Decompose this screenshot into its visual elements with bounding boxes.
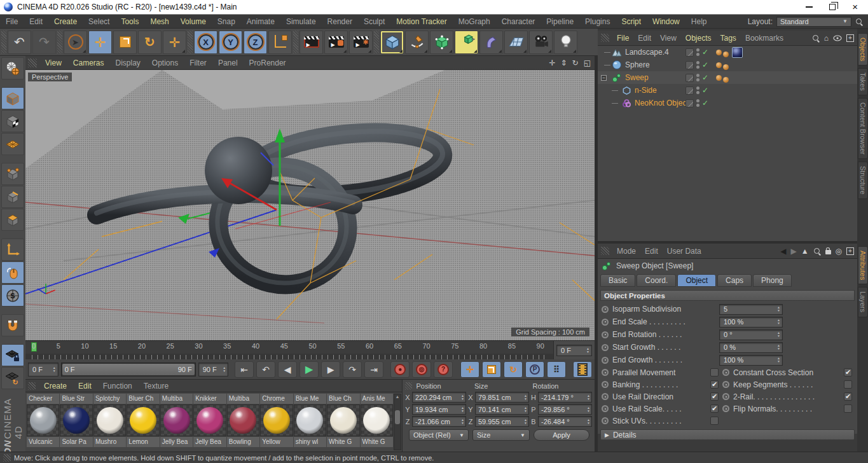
anim-dot-icon[interactable] [722,393,729,400]
om-home-icon[interactable]: ⌂ [824,34,829,43]
position-z-input[interactable]: -21.066 cm [412,416,466,427]
material-name-above[interactable]: Anis Me [361,394,393,404]
goto-start-button[interactable]: ⇤ [235,361,254,378]
coordinate-system-button[interactable] [268,31,292,54]
play-loop-button[interactable]: ↷ [343,361,362,378]
close-button[interactable]: × [852,4,858,10]
vp-menu-prorender[interactable]: ProRender [244,56,292,70]
enabled-check-icon[interactable]: ✓ [702,73,708,82]
arrow-up-icon[interactable]: ▲ [801,247,809,256]
layer-toggle[interactable] [685,86,694,95]
details-expander[interactable]: ▶ Details [600,429,855,440]
stepper-icon[interactable] [586,347,589,354]
anim-dot-icon[interactable] [602,393,609,400]
play-button[interactable]: ▶ [300,361,319,378]
menu-plugins[interactable]: Plugins [579,15,616,29]
material-cell[interactable]: Checker Vulcanic [27,394,59,450]
add-spline-button[interactable] [405,31,429,54]
menu-edit[interactable]: Edit [24,15,48,29]
tab-object[interactable]: Object [677,274,716,287]
view-rotate-icon[interactable]: ↻ [572,59,579,67]
material-name[interactable]: shiny wl [294,437,326,447]
material-cell[interactable]: Splotchy Mushro [93,394,126,450]
anim-dot-icon[interactable] [602,344,609,351]
viewport-view-label[interactable]: Perspective [28,73,72,81]
menu-mesh[interactable]: Mesh [144,15,174,29]
material-name-above[interactable]: Knikker [193,394,226,404]
make-editable-button[interactable] [1,57,24,79]
visibility-dots[interactable] [696,61,699,69]
material-tag-icon[interactable] [723,64,729,70]
material-name[interactable]: Vulcanic [27,437,59,447]
panel-grip[interactable] [28,382,36,390]
material-preview[interactable] [363,407,390,434]
end-growth-input[interactable]: 100 % [719,355,783,366]
current-frame-box[interactable]: 0 F [556,345,592,356]
visibility-dots[interactable] [696,48,699,56]
material-tag-icon[interactable] [716,62,722,68]
object-name[interactable]: Sphere [625,60,650,69]
material-name-above[interactable]: Blue Ch [327,394,359,404]
menu-create[interactable]: Create [48,15,83,29]
layout-dropdown[interactable]: Standard▼ [776,17,851,27]
key-pla-toggle[interactable]: ⠿ [547,361,566,378]
vp-menu-options[interactable]: Options [146,56,184,70]
material-cell[interactable]: Multiba Bowling [227,394,259,450]
material-cell[interactable]: Knikker Jelly Bea [193,394,226,450]
vp-menu-display[interactable]: Display [109,56,146,70]
menu-tools[interactable]: Tools [115,15,144,29]
anim-dot-icon[interactable] [602,306,609,313]
light-button[interactable] [554,31,577,54]
collapse-expander-icon[interactable]: − [601,75,607,81]
layer-toggle[interactable] [685,61,694,69]
panel-grip[interactable] [405,382,412,390]
scrollbar-thumb[interactable] [395,410,400,424]
tab-attributes[interactable]: Attributes [858,246,868,284]
mat-menu-function[interactable]: Function [97,379,138,393]
record-keyframe-button[interactable]: ● [390,361,410,378]
enabled-check-icon[interactable]: ✓ [702,60,708,69]
key-rotation-toggle[interactable]: ↻ [504,361,523,378]
tab-coord[interactable]: Coord. [637,274,676,287]
move-tool-button[interactable]: ✛ [88,31,112,54]
attr-menu-mode[interactable]: Mode [612,244,640,258]
material-tag-icon[interactable] [723,77,729,83]
layer-toggle[interactable] [685,48,694,57]
enable-snap-button[interactable] [1,314,24,336]
menu-render[interactable]: Render [322,15,358,29]
menu-character[interactable]: Character [496,15,541,29]
floor-button[interactable] [504,31,528,54]
play-backwards-button[interactable]: ↶ [256,361,275,378]
render-settings-button[interactable]: ✱ [349,31,373,54]
autokeying-button[interactable]: ◎ [412,361,431,378]
tree-row-nside[interactable]: n-Side ✓ [598,84,857,97]
menu-volume[interactable]: Volume [175,15,212,29]
history-forward-icon[interactable]: ▶ [790,247,796,256]
tab-phong[interactable]: Phong [753,274,792,287]
view-move-icon[interactable]: ✛ [549,59,555,67]
render-view-button[interactable] [300,31,323,54]
anim-dot-icon[interactable] [602,357,609,364]
view-zoom-icon[interactable]: ⇕ [561,59,567,67]
menu-pipeline[interactable]: Pipeline [541,15,579,29]
size-z-input[interactable]: 59.955 cm [475,416,529,427]
workplane-options-button[interactable]: ↻ [1,367,24,389]
visibility-dots[interactable] [696,86,699,94]
rotation-b-input[interactable]: -26.484 ° [538,416,592,427]
keyframe-selection-button[interactable]: ? [434,361,453,378]
minimize-button[interactable] [806,6,813,8]
material-name-above[interactable]: Multiba [227,394,259,404]
position-y-input[interactable]: 19.934 cm [412,404,466,415]
points-mode-button[interactable] [1,163,24,185]
goto-end-button[interactable]: ⇥ [364,361,383,378]
redo-button[interactable]: ↷ [32,31,56,54]
previous-frame-button[interactable]: ◀ [278,361,297,378]
material-preview[interactable] [163,407,190,434]
object-name[interactable]: NeoKnot Object [635,99,689,107]
lock-workplane-button[interactable] [1,344,24,366]
material-name-above[interactable]: Multiba [160,394,193,404]
tab-objects[interactable]: Objects [858,33,868,66]
vp-menu-filter[interactable]: Filter [184,56,212,70]
anim-dot-icon[interactable] [602,331,609,338]
workplane-mode-button[interactable] [1,133,24,155]
